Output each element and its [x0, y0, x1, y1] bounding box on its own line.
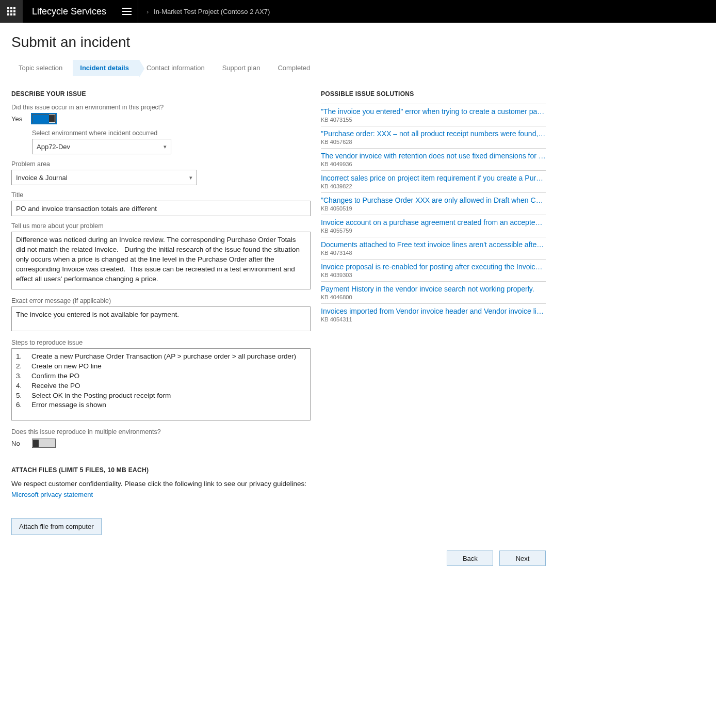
solution-item: The vendor invoice with retention does n… — [321, 148, 546, 170]
solution-link[interactable]: The vendor invoice with retention does n… — [321, 152, 546, 160]
select-env-label: Select environment where incident occurr… — [32, 130, 311, 137]
repro-toggle[interactable] — [32, 439, 56, 448]
solution-link[interactable]: Invoice proposal is re-enabled for posti… — [321, 263, 546, 271]
attach-section-header: ATTACH FILES (LIMIT 5 FILES, 10 MB EACH) — [11, 466, 311, 474]
solution-item: "Purchase order: XXX – not all product r… — [321, 126, 546, 148]
chevron-down-icon: ▾ — [189, 174, 192, 181]
solution-link[interactable]: "The invoice you entered" error when try… — [321, 107, 546, 116]
title-label: Title — [11, 191, 311, 199]
problem-area-label: Problem area — [11, 160, 311, 168]
error-message-textarea[interactable] — [11, 306, 311, 331]
chevron-down-icon: ▾ — [164, 143, 167, 150]
solution-kb: KB 4057628 — [321, 139, 546, 145]
svg-rect-1 — [10, 7, 12, 9]
solution-link[interactable]: Invoices imported from Vendor invoice he… — [321, 307, 546, 315]
solution-link[interactable]: Documents attached to Free text invoice … — [321, 240, 546, 249]
solution-link[interactable]: "Purchase order: XXX – not all product r… — [321, 130, 546, 138]
svg-rect-5 — [13, 10, 15, 12]
env-question-label: Did this issue occur in an environment i… — [11, 104, 311, 111]
solution-kb: KB 4046800 — [321, 294, 546, 300]
svg-rect-2 — [13, 7, 15, 9]
step-incident-details[interactable]: Incident details — [73, 60, 139, 76]
hamburger-icon — [122, 8, 132, 15]
solution-item: Invoice account on a purchase agreement … — [321, 215, 546, 237]
svg-rect-0 — [7, 7, 9, 9]
solution-link[interactable]: "Changes to Purchase Order XXX are only … — [321, 196, 546, 204]
chevron-right-icon: › — [147, 8, 149, 15]
problem-area-dropdown[interactable]: Invoice & Journal ▾ — [11, 170, 197, 185]
privacy-statement-link[interactable]: Microsoft privacy statement — [11, 491, 93, 498]
tell-more-textarea[interactable] — [11, 232, 311, 289]
solution-kb: KB 4039822 — [321, 183, 546, 189]
select-env-value: App72-Dev — [37, 143, 70, 151]
solution-kb: KB 4055759 — [321, 228, 546, 234]
env-toggle-state: Yes — [11, 115, 27, 123]
svg-rect-8 — [13, 13, 15, 15]
breadcrumb[interactable]: › In-Market Test Project (Contoso 2 AX7) — [138, 8, 270, 15]
solution-item: Documents attached to Free text invoice … — [321, 237, 546, 259]
svg-rect-6 — [7, 13, 9, 15]
wizard-steps: Topic selection Incident details Contact… — [11, 60, 546, 76]
step-contact-information[interactable]: Contact information — [139, 60, 215, 76]
step-support-plan[interactable]: Support plan — [215, 60, 271, 76]
error-message-label: Exact error message (if applicable) — [11, 297, 311, 304]
solution-item: "The invoice you entered" error when try… — [321, 104, 546, 126]
breadcrumb-project: In-Market Test Project (Contoso 2 AX7) — [154, 8, 270, 15]
repro-toggle-state: No — [11, 440, 27, 447]
solution-item: "Changes to Purchase Order XXX are only … — [321, 192, 546, 215]
menu-button[interactable] — [116, 0, 138, 23]
step-topic-selection[interactable]: Topic selection — [11, 60, 73, 76]
env-toggle[interactable] — [32, 114, 56, 123]
next-button[interactable]: Next — [499, 551, 546, 566]
solution-link[interactable]: Invoice account on a purchase agreement … — [321, 218, 546, 227]
solution-item: Payment History in the vendor invoice se… — [321, 281, 546, 303]
solution-kb: KB 4039303 — [321, 272, 546, 278]
tell-more-label: Tell us more about your problem — [11, 222, 311, 230]
repro-multi-label: Does this issue reproduce in multiple en… — [11, 428, 311, 435]
solution-item: Incorrect sales price on project item re… — [321, 170, 546, 192]
solution-item: Invoices imported from Vendor invoice he… — [321, 303, 546, 326]
describe-section-header: DESCRIBE YOUR ISSUE — [11, 90, 311, 98]
solution-kb: KB 4054311 — [321, 316, 546, 322]
steps-reproduce-label: Steps to reproduce issue — [11, 339, 311, 346]
solution-link[interactable]: Payment History in the vendor invoice se… — [321, 285, 546, 293]
waffle-icon — [7, 7, 15, 15]
page-title: Submit an incident — [11, 34, 546, 51]
svg-rect-4 — [10, 10, 12, 12]
solutions-list: "The invoice you entered" error when try… — [321, 104, 546, 326]
solution-kb: KB 4049936 — [321, 161, 546, 167]
app-title: Lifecycle Services — [23, 6, 116, 17]
solution-kb: KB 4073148 — [321, 250, 546, 256]
step-completed[interactable]: Completed — [270, 60, 320, 76]
steps-reproduce-textarea[interactable] — [11, 348, 311, 420]
svg-rect-3 — [7, 10, 9, 12]
top-bar: Lifecycle Services › In-Market Test Proj… — [0, 0, 716, 23]
app-launcher-button[interactable] — [0, 0, 23, 23]
back-button[interactable]: Back — [447, 551, 493, 566]
solution-item: Invoice proposal is re-enabled for posti… — [321, 259, 546, 281]
svg-rect-7 — [10, 13, 12, 15]
solution-kb: KB 4050519 — [321, 205, 546, 212]
solution-kb: KB 4073155 — [321, 117, 546, 123]
attach-file-button[interactable]: Attach file from computer — [11, 518, 102, 535]
solution-link[interactable]: Incorrect sales price on project item re… — [321, 174, 546, 182]
select-env-dropdown[interactable]: App72-Dev ▾ — [32, 139, 171, 154]
attach-guideline-text: We respect customer confidentiality. Ple… — [11, 480, 311, 488]
solutions-section-header: POSSIBLE ISSUE SOLUTIONS — [321, 90, 546, 98]
title-input[interactable] — [11, 201, 311, 216]
problem-area-value: Invoice & Journal — [16, 174, 68, 182]
